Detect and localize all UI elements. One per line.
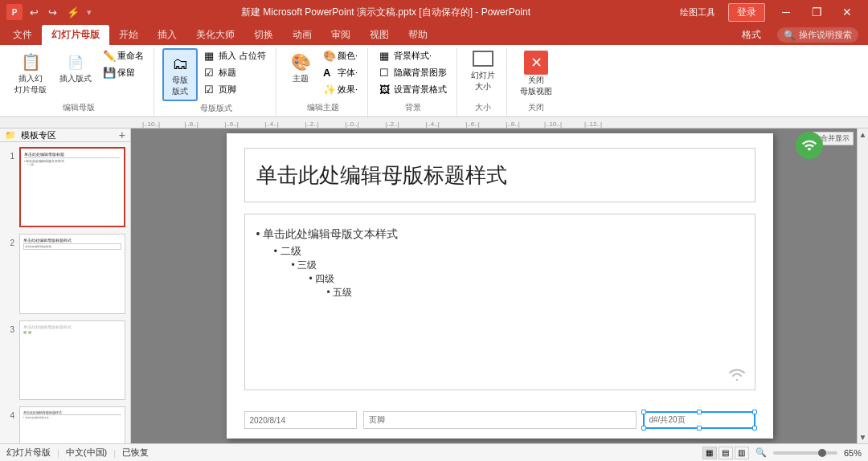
tab-slide-master[interactable]: 幻灯片母版 [42, 25, 109, 45]
tab-format[interactable]: 格式 [732, 25, 771, 45]
ribbon-group-content: 📋 插入幻灯片母版 📄 插入版式 ✏️ 重命名 💾 保留 [10, 48, 147, 100]
slide-img-1[interactable]: 单击此处编辑母版标题 • 单击此处编辑母版文本样式 • 二级 [19, 147, 125, 227]
preserve-button[interactable]: 💾 保留 [100, 65, 147, 80]
theme-button[interactable]: 🎨 主题 [285, 48, 317, 87]
slide-preview-4: 单击此处编辑母版标题样式 • 单击此处编辑母版文本 [20, 407, 125, 443]
footer-num-selected[interactable]: d#/共20页 [643, 411, 755, 429]
drawing-tools-label: 绘图工具 [680, 6, 715, 18]
minimize-button[interactable]: ─ [772, 4, 800, 20]
undo-button[interactable]: ↩ [27, 6, 41, 18]
hide-bg-icon: ☐ [379, 67, 391, 79]
footer-checkbox[interactable]: ☑ 页脚 [201, 82, 269, 97]
handle-bc[interactable] [697, 426, 702, 430]
footer-date[interactable]: 2020/8/14 [244, 411, 357, 429]
vertical-scrollbar[interactable]: ▲ ▼ [857, 129, 868, 443]
slide-title-box[interactable]: 单击此处编辑母版标题样式 [244, 148, 755, 202]
close-button[interactable]: ✕ [833, 4, 862, 20]
window-title: 新建 Microsoft PowerPoint 演示文稿.pptx [自动保存的… [241, 6, 530, 19]
color-button[interactable]: 🎨 颜色· [320, 48, 361, 63]
tab-beautify[interactable]: 美化大师 [186, 25, 244, 45]
close-master-label: 关闭母版视图 [520, 75, 552, 97]
slide-num-4: 4 [5, 411, 14, 420]
insert-slide-master-button[interactable]: 📋 插入幻灯片母版 [10, 48, 51, 98]
close-master-button[interactable]: ✕ 关闭母版视图 [515, 48, 557, 100]
bg-format-icon: 🖼 [379, 84, 391, 96]
restore-button[interactable]: ❐ [802, 4, 831, 20]
tab-review[interactable]: 审阅 [321, 25, 360, 45]
color-icon: 🎨 [323, 50, 334, 62]
slide-thumb-1[interactable]: 1 单击此处编辑母版标题 • 单击此处编辑母版文本样式 • 二级 [3, 145, 127, 229]
insert-layout-button[interactable]: 📄 插入版式 [55, 48, 96, 87]
slide-content-4: 单击此处编辑母版标题样式 • 单击此处编辑母版文本 [20, 407, 125, 443]
bg-format-button[interactable]: 🖼 设置背景格式 [376, 82, 450, 97]
handle-br[interactable] [752, 426, 757, 430]
slide-thumb-2[interactable]: 2 单击此处编辑母版标题样式 单击此处编辑母版副标题 [3, 232, 127, 316]
insert-placeholder-button[interactable]: ▦ 插入 占位符 [201, 48, 269, 63]
tab-animation[interactable]: 动画 [283, 25, 321, 45]
rename-label: 重命名 [117, 50, 144, 62]
app-logo: P [6, 4, 23, 20]
view-slide-sort-button[interactable]: ▤ [719, 447, 733, 459]
handle-tr[interactable] [752, 410, 757, 414]
login-button[interactable]: 登录 [728, 3, 765, 22]
slide-content-box[interactable]: • 单击此处编辑母版文本样式 • 二级 • 三级 • 四级 • 五级 [244, 214, 755, 390]
autosave-button[interactable]: ⚡ [64, 6, 82, 18]
bullet-level-2: • 二级 [256, 244, 743, 259]
effect-icon: ✨ [323, 84, 334, 96]
hide-bg-checkbox[interactable]: ☐ 隐藏背景图形 [376, 65, 450, 80]
font-button[interactable]: A 字体· [320, 65, 361, 80]
bg-style-label: 背景样式· [394, 50, 432, 62]
tab-help[interactable]: 帮助 [399, 25, 437, 45]
title-bar-sep: ▾ [87, 7, 92, 18]
slide-panel-tab-label[interactable]: 模板专区 [21, 129, 56, 141]
tab-file[interactable]: 文件 [3, 25, 42, 45]
master-layout-button[interactable]: 🗂 母版版式 [162, 48, 198, 101]
insert-layout-icon: 📄 [64, 51, 87, 73]
slide-size-icon [473, 51, 493, 67]
tab-view[interactable]: 视图 [360, 25, 399, 45]
effect-button[interactable]: ✨ 效果· [320, 82, 361, 97]
handle-tc[interactable] [697, 410, 702, 414]
rename-button[interactable]: ✏️ 重命名 [100, 48, 147, 63]
slide-num-2: 2 [5, 239, 14, 247]
slide-preview-2: 单击此处编辑母版标题样式 单击此处编辑母版副标题 [20, 235, 125, 313]
view-normal-button[interactable]: ▦ [702, 447, 717, 459]
footer-page-label[interactable]: 页脚 [363, 411, 637, 429]
slide-size-label: 幻灯片大小 [471, 70, 495, 92]
slide-img-2[interactable]: 单击此处编辑母版标题样式 单击此处编辑母版副标题 [19, 234, 125, 314]
title-bar-left: P ↩ ↪ ⚡ ▾ [6, 4, 92, 20]
add-panel-button[interactable]: + [119, 129, 125, 141]
zoom-slider[interactable] [773, 451, 837, 455]
slide-img-3[interactable]: 单击此处编辑母版标题样式 🌿🌿 [19, 320, 125, 401]
tab-transition[interactable]: 切换 [244, 25, 283, 45]
wifi-button[interactable] [796, 132, 823, 159]
search-box[interactable]: 🔍 操作说明搜索 [777, 27, 858, 43]
title-checkbox[interactable]: ☑ 标题 [201, 65, 269, 80]
ribbon-group-background: ▦ 背景样式· ☐ 隐藏背景图形 🖼 设置背景格式 背景 [370, 48, 457, 116]
slide-img-4[interactable]: 单击此处编辑母版标题样式 • 单击此处编辑母版文本 [19, 406, 125, 443]
ribbon-group-size: 幻灯片大小 大小 [459, 48, 507, 116]
tab-home[interactable]: 开始 [109, 25, 148, 45]
ruler: |..10..| |..8..| |..6..| |..4..| |..2..|… [0, 117, 868, 129]
scroll-up-arrow[interactable]: ▲ [858, 129, 868, 141]
title-bar: P ↩ ↪ ⚡ ▾ 新建 Microsoft PowerPoint 演示文稿.p… [0, 0, 868, 24]
scroll-down-arrow[interactable]: ▼ [858, 431, 868, 443]
ribbon-group-content-master: 🗂 母版版式 ▦ 插入 占位符 ☑ 标题 ☑ 页脚 [162, 48, 269, 101]
redo-button[interactable]: ↪ [46, 6, 59, 18]
view-reading-button[interactable]: ▥ [735, 447, 749, 459]
handle-tl[interactable] [641, 410, 646, 414]
zoom-slider-thumb[interactable] [818, 449, 826, 457]
group-size-label: 大小 [475, 102, 491, 113]
slide-canvas[interactable]: 单击此处编辑母版标题样式 • 单击此处编辑母版文本样式 • 二级 • 三级 • … [227, 133, 773, 439]
canvas-watermark-icon [725, 361, 749, 390]
slide-thumb-3[interactable]: 3 单击此处编辑母版标题样式 🌿🌿 [3, 319, 127, 402]
slide-size-button[interactable]: 幻灯片大小 [466, 48, 500, 95]
tab-insert[interactable]: 插入 [148, 25, 186, 45]
group-theme-label: 编辑主题 [307, 102, 339, 113]
font-icon: A [323, 67, 334, 79]
slide-thumb-4[interactable]: 4 单击此处编辑母版标题样式 • 单击此处编辑母版文本 [3, 405, 127, 443]
slide-num-3: 3 [5, 325, 14, 334]
title-check-icon: ☑ [204, 67, 215, 79]
handle-bl[interactable] [641, 426, 646, 430]
bg-style-button[interactable]: ▦ 背景样式· [376, 48, 450, 63]
